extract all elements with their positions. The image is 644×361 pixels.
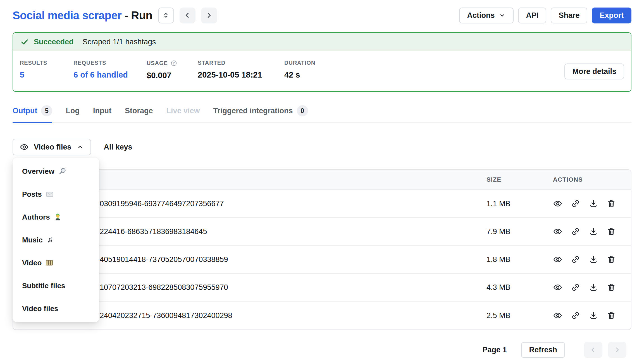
link-icon [571, 199, 580, 208]
view-selector-button[interactable]: Video files [13, 139, 91, 155]
dropdown-item-video-files[interactable]: Video files [13, 297, 99, 320]
chevron-down-icon [498, 12, 506, 19]
link-icon [571, 255, 580, 264]
header: Social media scraper - Run Actions API S… [13, 7, 631, 24]
envelope-icon [46, 190, 54, 198]
refresh-button[interactable]: Refresh [521, 342, 565, 358]
view-file-button[interactable] [553, 283, 562, 292]
view-selector-dropdown: Overview Posts Authors Music Video Subti… [13, 158, 99, 322]
chevron-right-icon [613, 346, 621, 354]
usage-value: $0.007 [147, 71, 198, 80]
tab-input[interactable]: Input [93, 105, 111, 122]
table-row: 224416-6863571836983184645 7.9 MB [13, 218, 631, 246]
row-actions [545, 283, 631, 292]
tab-output[interactable]: Output 5 [13, 105, 52, 122]
delete-button[interactable] [607, 255, 616, 264]
stat-requests: REQUESTS 6 of 6 handled [73, 60, 147, 80]
more-details-button[interactable]: More details [564, 63, 624, 79]
copy-link-button[interactable] [571, 311, 580, 320]
api-button[interactable]: API [518, 8, 546, 23]
previous-run-button[interactable] [180, 8, 195, 23]
title-group: Social media scraper - Run [13, 8, 217, 23]
download-button[interactable] [589, 199, 598, 208]
link-icon [571, 227, 580, 236]
tab-storage[interactable]: Storage [125, 105, 153, 122]
chevron-right-icon [205, 11, 213, 20]
next-run-button[interactable] [201, 8, 217, 23]
run-selector-button[interactable] [158, 8, 174, 23]
eye-icon [553, 255, 562, 264]
stat-results: RESULTS 5 [20, 60, 73, 80]
export-button[interactable]: Export [592, 8, 631, 23]
dropdown-item-posts[interactable]: Posts [13, 183, 99, 206]
view-file-button[interactable] [553, 227, 562, 236]
duration-value: 42 s [284, 70, 315, 80]
header-actions: Actions API Share Export [459, 8, 631, 23]
help-circle-icon[interactable] [170, 60, 177, 67]
run-stats: RESULTS 5 REQUESTS 6 of 6 handled USAGE … [13, 51, 631, 91]
view-file-button[interactable] [553, 255, 562, 264]
tab-label: Triggered integrations [213, 107, 293, 115]
previous-page-button [584, 342, 602, 358]
magnifier-icon [58, 167, 66, 175]
stat-label: DURATION [284, 60, 315, 66]
delete-button[interactable] [607, 311, 616, 320]
run-status-card: Succeeded Scraped 1/1 hashtags RESULTS 5… [13, 32, 631, 92]
table-row: 10707203213-6982285083075955970 4.3 MB [13, 274, 631, 302]
delete-button[interactable] [607, 199, 616, 208]
copy-link-button[interactable] [571, 199, 580, 208]
row-actions [545, 311, 631, 320]
run-tabs: Output 5 Log Input Storage Live view Tri… [13, 105, 631, 123]
link-icon [571, 311, 580, 320]
file-size: 1.8 MB [486, 255, 545, 264]
actions-menu-button[interactable]: Actions [459, 8, 514, 23]
output-toolbar: Video files All keys [13, 139, 631, 155]
dropdown-item-music[interactable]: Music [13, 228, 99, 251]
view-file-button[interactable] [553, 311, 562, 320]
dropdown-item-authors[interactable]: Authors [13, 206, 99, 228]
trash-icon [607, 199, 616, 208]
stat-label: USAGE [147, 60, 198, 67]
view-file-button[interactable] [553, 199, 562, 208]
download-button[interactable] [589, 255, 598, 264]
copy-link-button[interactable] [571, 227, 580, 236]
copy-link-button[interactable] [571, 255, 580, 264]
stat-label: RESULTS [20, 60, 73, 66]
tab-label: Input [93, 107, 111, 115]
tab-log[interactable]: Log [66, 105, 79, 122]
output-files-table: SIZE ACTIONS 0309195946-6937746497207356… [13, 169, 631, 330]
status-message: Scraped 1/1 hashtags [83, 38, 156, 46]
chevron-left-icon [589, 346, 597, 354]
chevron-up-icon [77, 143, 84, 151]
tab-triggered-integrations[interactable]: Triggered integrations 0 [213, 105, 308, 122]
pagination-arrows [584, 342, 626, 358]
download-button[interactable] [589, 311, 598, 320]
dropdown-item-overview[interactable]: Overview [13, 160, 99, 183]
download-icon [589, 227, 598, 236]
dropdown-item-subtitle-files[interactable]: Subtitle files [13, 274, 99, 297]
all-keys-link[interactable]: All keys [104, 143, 132, 151]
file-size: 1.1 MB [486, 199, 545, 208]
table-row: 240420232715-7360094817302400298 2.5 MB [13, 302, 631, 329]
stat-usage: USAGE $0.007 [147, 60, 198, 80]
table-row: 40519014418-7370520570070338859 1.8 MB [13, 246, 631, 274]
share-button[interactable]: Share [551, 8, 587, 23]
actions-column-header: ACTIONS [545, 176, 631, 183]
size-column-header: SIZE [486, 176, 545, 183]
music-notes-icon [46, 236, 54, 244]
trash-icon [607, 255, 616, 264]
tab-label: Live view [166, 107, 200, 115]
download-button[interactable] [589, 283, 598, 292]
tab-live-view: Live view [166, 105, 200, 122]
stat-started: STARTED 2025-10-05 18:21 [198, 60, 284, 80]
trash-icon [607, 283, 616, 292]
results-count-link[interactable]: 5 [20, 70, 73, 80]
delete-button[interactable] [607, 227, 616, 236]
dropdown-item-label: Subtitle files [22, 281, 65, 290]
delete-button[interactable] [607, 283, 616, 292]
actor-title-link[interactable]: Social media scraper [13, 9, 121, 21]
download-button[interactable] [589, 227, 598, 236]
requests-link[interactable]: 6 of 6 handled [73, 70, 147, 80]
copy-link-button[interactable] [571, 283, 580, 292]
dropdown-item-video[interactable]: Video [13, 251, 99, 274]
